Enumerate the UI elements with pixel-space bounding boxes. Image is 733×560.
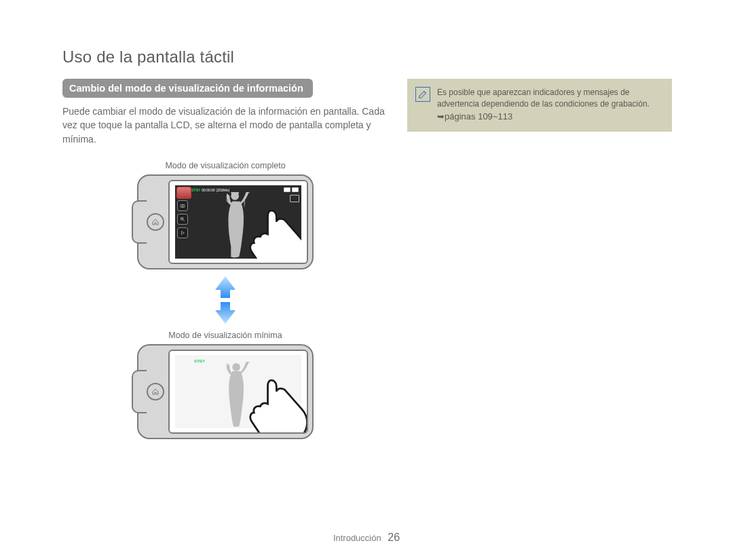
- diagram-minimal-caption: Modo de visualización mínima: [168, 331, 282, 340]
- screen-minimal-mode: STBY: [175, 355, 301, 428]
- stby-label: STBY: [191, 188, 200, 192]
- home-icon: [152, 219, 159, 225]
- hd-badge-icon: [290, 195, 299, 202]
- home-button-illustration: [147, 213, 164, 231]
- note-body: Es posible que aparezcan indicadores y m…: [437, 88, 650, 109]
- remaining-time: [253Min]: [217, 188, 229, 192]
- left-column: Cambio del modo de visualización de info…: [62, 79, 388, 439]
- screen-bezel: STBY 00:00:00 [253Min]: [168, 180, 308, 264]
- page-footer: Introducción 26: [0, 531, 733, 544]
- rec-time: 00:00:00: [202, 188, 214, 192]
- battery-icon: [292, 187, 299, 192]
- section-body: Puede cambiar el modo de visualización d…: [62, 105, 388, 146]
- pencil-note-icon: [415, 87, 430, 102]
- footer-page-number: 26: [388, 531, 400, 543]
- tap-hand-icon: [242, 204, 301, 259]
- svg-point-10: [232, 363, 240, 371]
- diagram-full-caption: Modo de visualización completo: [165, 161, 285, 170]
- screen-full-mode: STBY 00:00:00 [253Min]: [175, 185, 301, 259]
- two-column-layout: Cambio del modo de visualización de info…: [62, 79, 672, 439]
- tap-hand-icon: [242, 374, 308, 434]
- manual-page: Uso de la pantalla táctil Cambio del mod…: [0, 0, 733, 560]
- device-illustration-minimal: STBY: [137, 344, 314, 439]
- svg-marker-9: [215, 302, 236, 324]
- note-text: Es posible que aparezcan indicadores y m…: [437, 87, 664, 124]
- smart-auto-icon: [176, 187, 191, 199]
- right-column: Es posible que aparezcan indicadores y m…: [407, 79, 672, 439]
- diagram-group: Modo de visualización completo STBY: [62, 161, 388, 439]
- home-button-illustration: [147, 383, 164, 400]
- svg-point-11: [245, 362, 252, 362]
- camera-icon: [177, 200, 188, 211]
- vertical-double-arrow-icon: [214, 276, 237, 324]
- note-page-ref: ➥páginas 109~113: [437, 111, 512, 122]
- play-icon: [177, 227, 188, 238]
- page-title: Uso de la pantalla táctil: [62, 48, 672, 67]
- sd-card-icon: [284, 187, 290, 192]
- note-box: Es posible que aparezcan indicadores y m…: [407, 79, 672, 132]
- zoom-in-icon: [177, 214, 188, 225]
- svg-marker-6: [181, 231, 184, 234]
- home-icon: [152, 388, 159, 395]
- footer-section-label: Introducción: [333, 533, 381, 543]
- device-illustration-full: STBY 00:00:00 [253Min]: [137, 174, 314, 269]
- svg-line-3: [183, 220, 185, 221]
- svg-point-1: [182, 205, 184, 207]
- left-icon-column: [177, 200, 188, 238]
- svg-marker-8: [215, 276, 236, 298]
- svg-point-7: [245, 192, 252, 193]
- section-heading: Cambio del modo de visualización de info…: [62, 79, 313, 98]
- stby-label: STBY: [194, 359, 205, 363]
- screen-bezel: STBY: [168, 350, 308, 434]
